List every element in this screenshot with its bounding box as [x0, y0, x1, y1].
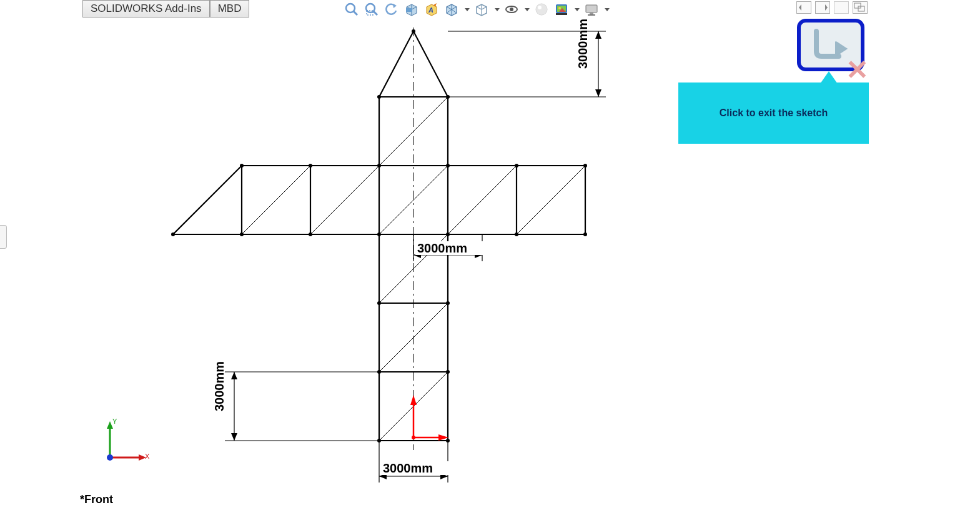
- sketch-geometry: 3000mm 3000mm 3000mm 3000mm: [171, 19, 606, 482]
- svg-line-49: [517, 166, 585, 234]
- svg-point-60: [446, 164, 450, 168]
- svg-point-59: [377, 232, 381, 236]
- svg-point-64: [583, 164, 587, 168]
- svg-point-54: [240, 164, 244, 168]
- svg-point-63: [515, 232, 518, 236]
- svg-text:3000mm: 3000mm: [576, 19, 590, 69]
- triad-x-label: X: [145, 452, 149, 460]
- svg-point-58: [377, 164, 381, 168]
- svg-text:3000mm: 3000mm: [417, 241, 467, 255]
- svg-line-46: [242, 166, 310, 234]
- svg-point-55: [240, 232, 244, 236]
- svg-line-48: [448, 166, 517, 234]
- svg-point-56: [309, 164, 312, 168]
- svg-marker-80: [595, 31, 601, 39]
- view-name-label: *Front: [80, 493, 113, 505]
- svg-point-61: [446, 232, 450, 236]
- svg-point-107: [107, 454, 113, 461]
- dimension-3000-top[interactable]: 3000mm: [448, 19, 606, 97]
- svg-marker-93: [231, 372, 237, 379]
- svg-point-66: [377, 301, 381, 305]
- svg-point-69: [446, 370, 450, 374]
- dimension-3000-left[interactable]: 3000mm: [212, 361, 379, 441]
- svg-point-65: [583, 232, 587, 236]
- svg-marker-81: [595, 89, 601, 97]
- svg-text:3000mm: 3000mm: [212, 361, 226, 411]
- svg-point-57: [309, 232, 312, 236]
- svg-text:3000mm: 3000mm: [383, 461, 433, 475]
- reference-triad[interactable]: Y X: [100, 418, 150, 468]
- svg-point-76: [412, 436, 415, 439]
- svg-marker-73: [410, 395, 417, 405]
- svg-point-53: [171, 232, 175, 236]
- svg-point-51: [377, 95, 381, 99]
- svg-point-50: [412, 29, 415, 33]
- triad-y-label: Y: [112, 418, 117, 425]
- svg-point-62: [515, 164, 518, 168]
- svg-line-47: [310, 166, 379, 234]
- svg-point-67: [446, 301, 450, 305]
- svg-marker-94: [231, 433, 237, 441]
- sketch-origin: [410, 395, 448, 441]
